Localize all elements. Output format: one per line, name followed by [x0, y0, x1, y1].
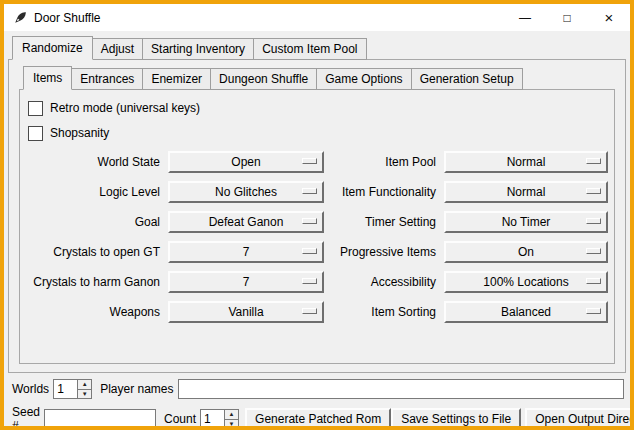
count-spin-arrows: ▲ ▼: [224, 409, 239, 429]
count-label: Count: [164, 412, 196, 426]
shopsanity-label: Shopsanity: [50, 126, 109, 140]
worlds-row: Worlds ▲ ▼ Player names: [12, 379, 624, 399]
tab-items[interactable]: Items: [23, 66, 72, 90]
footer: Worlds ▲ ▼ Player names Seed # Count ▲ ▼: [4, 373, 630, 430]
world-state-dropdown[interactable]: Open: [168, 151, 324, 173]
menu-indicator-icon: [586, 218, 601, 224]
worlds-spin-arrows: ▲ ▼: [77, 379, 92, 399]
menu-indicator-icon: [586, 188, 601, 194]
crystals-gt-label: Crystals to open GT: [26, 245, 160, 259]
worlds-input[interactable]: [53, 379, 77, 399]
tab-randomize[interactable]: Randomize: [12, 36, 93, 60]
timer-setting-label: Timer Setting: [332, 215, 436, 229]
item-pool-label: Item Pool: [332, 155, 436, 169]
crystals-ganon-label: Crystals to harm Ganon: [26, 275, 160, 289]
crystals-ganon-value: 7: [243, 275, 250, 289]
menu-indicator-icon: [302, 308, 317, 314]
menu-indicator-icon: [586, 158, 601, 164]
item-pool-value: Normal: [507, 155, 546, 169]
world-state-label: World State: [26, 155, 160, 169]
app-icon: [12, 10, 28, 26]
menu-indicator-icon: [302, 158, 317, 164]
tab-entrances[interactable]: Entrances: [71, 68, 143, 90]
crystals-gt-dropdown[interactable]: 7: [168, 241, 324, 263]
inner-tab-bar: Items Entrances Enemizer Dungeon Shuffle…: [23, 66, 625, 89]
worlds-spinbox[interactable]: ▲ ▼: [53, 379, 92, 399]
accessibility-dropdown[interactable]: 100% Locations: [444, 271, 608, 293]
item-sorting-label: Item Sorting: [332, 305, 436, 319]
goal-value: Defeat Ganon: [209, 215, 284, 229]
window: Door Shuffle — □ × Randomize Adjust Star…: [0, 0, 634, 430]
accessibility-label: Accessibility: [332, 275, 436, 289]
worlds-label: Worlds: [12, 382, 49, 396]
tab-starting-inventory[interactable]: Starting Inventory: [142, 38, 254, 60]
seed-input[interactable]: [44, 409, 156, 429]
seed-row: Seed # Count ▲ ▼ Generate Patched Rom Sa…: [12, 405, 624, 430]
progressive-items-label: Progressive Items: [332, 245, 436, 259]
window-controls: — □ ×: [504, 4, 630, 31]
menu-indicator-icon: [586, 308, 601, 314]
shopsanity-row[interactable]: Shopsanity: [28, 123, 614, 143]
window-title: Door Shuffle: [34, 11, 101, 25]
spin-up-icon[interactable]: ▲: [77, 379, 92, 390]
tab-custom-item-pool[interactable]: Custom Item Pool: [253, 38, 366, 60]
progressive-items-dropdown[interactable]: On: [444, 241, 608, 263]
tab-game-options[interactable]: Game Options: [316, 68, 411, 90]
items-pane: Retro mode (universal keys) Shopsanity W…: [19, 89, 615, 364]
minimize-button[interactable]: —: [504, 4, 546, 31]
retro-mode-checkbox[interactable]: [28, 101, 43, 116]
weapons-value: Vanilla: [228, 305, 263, 319]
generate-rom-button[interactable]: Generate Patched Rom: [245, 408, 391, 430]
crystals-ganon-dropdown[interactable]: 7: [168, 271, 324, 293]
close-button[interactable]: ×: [588, 4, 630, 31]
weapons-dropdown[interactable]: Vanilla: [168, 301, 324, 323]
goal-dropdown[interactable]: Defeat Ganon: [168, 211, 324, 233]
menu-indicator-icon: [302, 188, 317, 194]
menu-indicator-icon: [302, 218, 317, 224]
item-functionality-label: Item Functionality: [332, 185, 436, 199]
outer-tab-bar: Randomize Adjust Starting Inventory Cust…: [12, 36, 630, 59]
count-input[interactable]: [200, 409, 224, 429]
minimize-icon: —: [519, 11, 531, 25]
maximize-button[interactable]: □: [546, 4, 588, 31]
accessibility-value: 100% Locations: [483, 275, 568, 289]
open-output-button[interactable]: Open Output Directory: [525, 408, 634, 430]
menu-indicator-icon: [302, 248, 317, 254]
maximize-icon: □: [563, 11, 570, 25]
close-icon: ×: [605, 9, 614, 26]
spin-down-icon[interactable]: ▼: [77, 390, 92, 400]
item-functionality-dropdown[interactable]: Normal: [444, 181, 608, 203]
title-bar[interactable]: Door Shuffle — □ ×: [4, 4, 630, 31]
progressive-items-value: On: [518, 245, 534, 259]
crystals-gt-value: 7: [243, 245, 250, 259]
logic-level-value: No Glitches: [215, 185, 277, 199]
goal-label: Goal: [26, 215, 160, 229]
item-functionality-value: Normal: [507, 185, 546, 199]
retro-mode-label: Retro mode (universal keys): [50, 101, 200, 115]
player-names-input[interactable]: [178, 379, 625, 399]
options-grid: World State Open Item Pool Normal Logic …: [26, 151, 614, 323]
tab-dungeon-shuffle[interactable]: Dungeon Shuffle: [210, 68, 317, 90]
world-state-value: Open: [231, 155, 260, 169]
timer-setting-dropdown[interactable]: No Timer: [444, 211, 608, 233]
logic-level-label: Logic Level: [26, 185, 160, 199]
menu-indicator-icon: [302, 278, 317, 284]
retro-mode-row[interactable]: Retro mode (universal keys): [28, 98, 614, 118]
spin-up-icon[interactable]: ▲: [224, 409, 239, 420]
spin-down-icon[interactable]: ▼: [224, 420, 239, 430]
randomize-pane: Items Entrances Enemizer Dungeon Shuffle…: [8, 59, 626, 373]
shopsanity-checkbox[interactable]: [28, 126, 43, 141]
menu-indicator-icon: [586, 278, 601, 284]
logic-level-dropdown[interactable]: No Glitches: [168, 181, 324, 203]
count-spinbox[interactable]: ▲ ▼: [200, 409, 239, 429]
timer-setting-value: No Timer: [502, 215, 551, 229]
tab-generation-setup[interactable]: Generation Setup: [411, 68, 523, 90]
item-pool-dropdown[interactable]: Normal: [444, 151, 608, 173]
menu-indicator-icon: [586, 248, 601, 254]
tab-adjust[interactable]: Adjust: [92, 38, 143, 60]
tab-enemizer[interactable]: Enemizer: [142, 68, 211, 90]
save-settings-button[interactable]: Save Settings to File: [391, 408, 521, 430]
item-sorting-dropdown[interactable]: Balanced: [444, 301, 608, 323]
item-sorting-value: Balanced: [501, 305, 551, 319]
weapons-label: Weapons: [26, 305, 160, 319]
